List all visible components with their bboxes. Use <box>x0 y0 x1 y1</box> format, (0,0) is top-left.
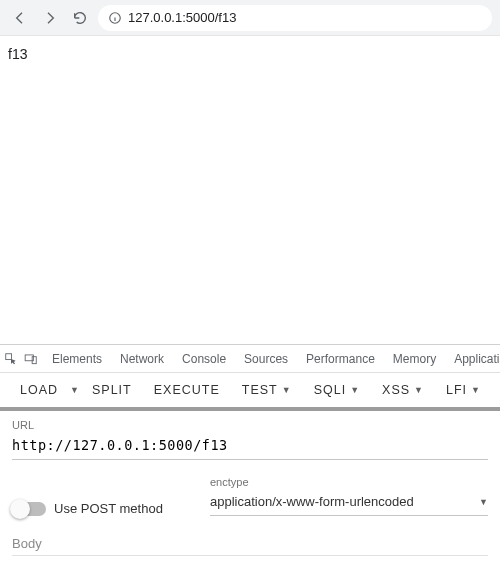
ext-load-button[interactable]: LOAD <box>10 373 68 407</box>
devtools-tab-bar: Elements Network Console Sources Perform… <box>0 345 500 373</box>
info-icon <box>108 11 122 25</box>
chevron-down-icon: ▼ <box>350 385 360 395</box>
address-bar[interactable]: 127.0.0.1:5000/f13 <box>98 5 492 31</box>
address-text: 127.0.0.1:5000/f13 <box>128 10 236 25</box>
tab-sources[interactable]: Sources <box>236 345 296 372</box>
ext-test-button[interactable]: TEST▼ <box>232 373 302 407</box>
back-button[interactable] <box>8 6 32 30</box>
page-viewport: f13 <box>0 36 500 344</box>
chevron-down-icon[interactable]: ▼ <box>70 385 80 395</box>
tab-network[interactable]: Network <box>112 345 172 372</box>
devtools-panel: Elements Network Console Sources Perform… <box>0 344 500 572</box>
device-toolbar-button[interactable] <box>24 350 38 368</box>
arrow-right-icon <box>42 10 58 26</box>
chevron-down-icon: ▼ <box>471 385 481 395</box>
ext-ssrf-button[interactable]: SSRF <box>493 373 500 407</box>
ext-btn-label: SPLIT <box>92 383 132 397</box>
enctype-value: application/x-www-form-urlencoded <box>210 494 414 509</box>
inspect-element-button[interactable] <box>4 350 18 368</box>
tab-application[interactable]: Application <box>446 345 500 372</box>
svg-rect-3 <box>6 353 12 359</box>
chevron-down-icon: ▼ <box>414 385 424 395</box>
arrow-left-icon <box>12 10 28 26</box>
reload-button[interactable] <box>68 6 92 30</box>
ext-sqli-button[interactable]: SQLI▼ <box>304 373 370 407</box>
url-label: URL <box>12 419 488 431</box>
use-post-label: Use POST method <box>54 501 163 516</box>
page-body-text: f13 <box>8 46 492 62</box>
tab-performance[interactable]: Performance <box>298 345 383 372</box>
ext-btn-label: LOAD <box>20 383 58 397</box>
inspect-icon <box>4 352 18 366</box>
chevron-down-icon: ▼ <box>479 497 488 507</box>
enctype-select[interactable]: application/x-www-form-urlencoded ▼ <box>210 490 488 516</box>
extension-toolbar: LOAD ▼ SPLIT EXECUTE TEST▼ SQLI▼ XSS▼ LF… <box>0 373 500 407</box>
tab-elements[interactable]: Elements <box>44 345 110 372</box>
chevron-down-icon: ▼ <box>282 385 292 395</box>
ext-split-button[interactable]: SPLIT <box>82 373 142 407</box>
devices-icon <box>24 352 38 366</box>
ext-btn-label: XSS <box>382 383 410 397</box>
url-input[interactable] <box>12 433 488 460</box>
ext-btn-label: SQLI <box>314 383 347 397</box>
reload-icon <box>72 10 88 26</box>
forward-button[interactable] <box>38 6 62 30</box>
browser-toolbar: 127.0.0.1:5000/f13 <box>0 0 500 36</box>
ext-btn-label: LFI <box>446 383 467 397</box>
ext-btn-label: TEST <box>242 383 278 397</box>
toggle-knob <box>10 499 30 519</box>
tab-console[interactable]: Console <box>174 345 234 372</box>
body-label: Body <box>12 536 488 556</box>
ext-execute-button[interactable]: EXECUTE <box>144 373 230 407</box>
ext-btn-label: EXECUTE <box>154 383 220 397</box>
ext-xss-button[interactable]: XSS▼ <box>372 373 434 407</box>
svg-rect-5 <box>32 356 36 363</box>
use-post-toggle[interactable] <box>12 502 46 516</box>
tab-memory[interactable]: Memory <box>385 345 444 372</box>
enctype-label: enctype <box>210 476 488 488</box>
ext-lfi-button[interactable]: LFI▼ <box>436 373 491 407</box>
request-panel: URL Use POST method enctype application/… <box>0 411 500 572</box>
